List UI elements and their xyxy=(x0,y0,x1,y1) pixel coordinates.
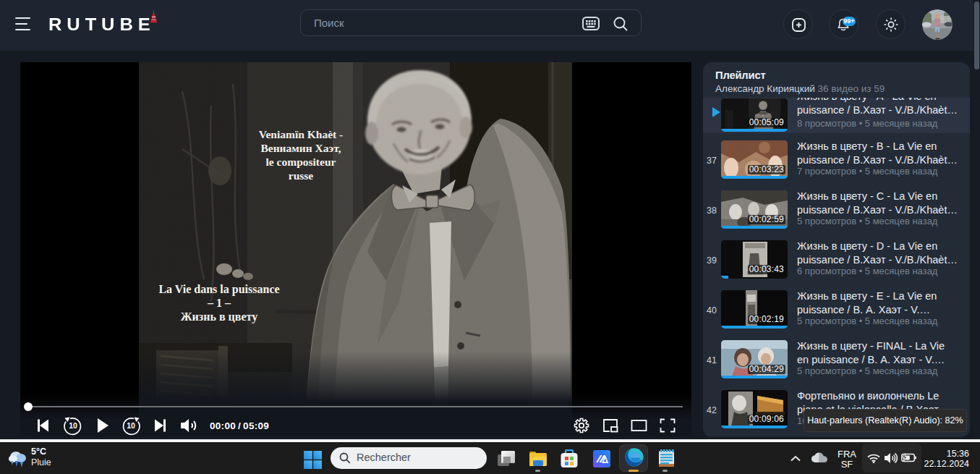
svg-text:10: 10 xyxy=(69,421,77,430)
svg-text:– 1 –: – 1 – xyxy=(207,297,231,309)
svg-text:Вениамин Хаэт,: Вениамин Хаэт, xyxy=(260,142,341,154)
svg-text:le compositeur: le compositeur xyxy=(266,156,336,168)
svg-text:10: 10 xyxy=(127,421,135,430)
svg-text:russe: russe xyxy=(289,169,314,182)
svg-text:Жизнь в цвету: Жизнь в цвету xyxy=(181,310,257,323)
svg-text:Veniamïn Khaèt -: Veniamïn Khaèt - xyxy=(259,128,344,140)
svg-text:La Vie dans la puissance: La Vie dans la puissance xyxy=(158,283,279,296)
